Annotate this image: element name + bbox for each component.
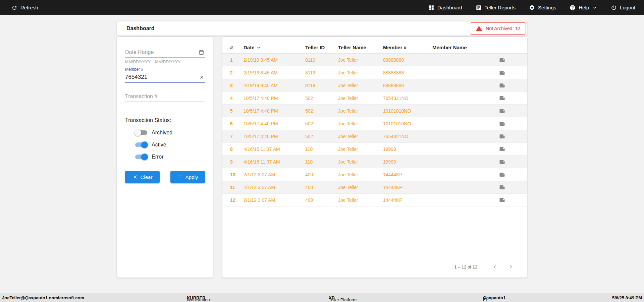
toggle-archived[interactable]: Archived xyxy=(135,129,205,137)
note-icon[interactable] xyxy=(499,82,519,88)
refresh-icon xyxy=(11,5,17,11)
table-row[interactable]: 2 2/19/19 8:45 AM 8119 Joe Teller 888888… xyxy=(222,66,527,79)
toggle-error-label: Error xyxy=(152,154,164,160)
row-member-number: 88888888 xyxy=(383,70,432,75)
note-icon[interactable] xyxy=(499,184,519,190)
row-teller-name: Joe Teller xyxy=(338,185,383,190)
member-number-label: Member # xyxy=(125,67,205,72)
table-row[interactable]: 3 2/19/19 8:45 AM 8119 Joe Teller 888888… xyxy=(222,79,527,92)
row-number: 8 xyxy=(230,146,244,152)
chevron-left-icon[interactable] xyxy=(491,263,498,270)
row-number: 6 xyxy=(230,121,244,126)
toggle-active[interactable]: Active xyxy=(135,141,205,149)
toggle-error[interactable]: Error xyxy=(135,153,205,161)
toggle-active-label: Active xyxy=(152,142,166,148)
note-icon[interactable] xyxy=(499,121,519,127)
table-row[interactable]: 10 2/1/12 3:07 AM 400 Joe Teller 14444KP xyxy=(222,168,527,181)
close-icon xyxy=(132,174,138,180)
row-number: 4 xyxy=(230,96,244,101)
row-number: 7 xyxy=(230,134,244,139)
row-teller-id: 8119 xyxy=(305,57,338,63)
column-header-member-number[interactable]: Member # xyxy=(383,45,432,50)
note-icon[interactable] xyxy=(499,95,519,101)
nav-help[interactable]: Help xyxy=(570,5,597,11)
row-member-number: 10101010NO xyxy=(383,121,432,126)
table-row[interactable]: 4 10/5/17 4:40 PM 502 Joe Teller 7654321… xyxy=(222,92,527,105)
table-row[interactable]: 5 10/5/17 4:40 PM 502 Joe Teller 1010101… xyxy=(222,105,527,117)
note-icon[interactable] xyxy=(499,197,519,203)
row-number: 12 xyxy=(230,197,244,203)
page-header-card: Dashboard Not Archived: 12 xyxy=(117,21,527,36)
note-icon[interactable] xyxy=(499,159,519,165)
row-teller-id: 400 xyxy=(305,172,338,177)
row-member-number: 88888888 xyxy=(383,83,432,88)
not-archived-badge[interactable]: Not Archived: 12 xyxy=(470,22,526,35)
note-icon[interactable] xyxy=(499,133,519,139)
note-icon[interactable] xyxy=(499,57,519,63)
chevron-down-icon xyxy=(256,45,261,50)
status-toggles: Archived Active Error xyxy=(135,129,205,161)
table-row[interactable]: 1 2/19/19 8:45 AM 8119 Joe Teller 888888… xyxy=(222,54,527,66)
row-date: 10/5/17 4:40 PM xyxy=(244,108,305,114)
chevron-right-icon[interactable] xyxy=(507,263,514,270)
row-number: 1 xyxy=(230,57,244,63)
refresh-label: Refresh xyxy=(20,5,38,10)
table-row[interactable]: 12 2/1/12 3:07 AM 400 Joe Teller 14444KP xyxy=(222,194,527,206)
apply-button-label: Apply xyxy=(185,174,198,180)
row-member-number: 7654321NO xyxy=(383,96,432,101)
member-number-field xyxy=(125,72,205,83)
row-date: 2/19/19 8:45 AM xyxy=(244,57,305,63)
row-teller-name: Joe Teller xyxy=(338,83,383,88)
nav-settings[interactable]: Settings xyxy=(529,5,556,11)
toggle-switch[interactable] xyxy=(135,155,147,159)
table-row[interactable]: 7 10/5/17 4:40 PM 502 Joe Teller 7654321… xyxy=(222,130,527,143)
toggle-switch[interactable] xyxy=(135,142,147,147)
note-icon[interactable] xyxy=(499,172,519,178)
gear-icon xyxy=(529,5,535,11)
column-header-member-name[interactable]: Member Name xyxy=(432,45,499,50)
nav-teller-reports[interactable]: Teller Reports xyxy=(476,5,516,11)
column-header-number[interactable]: # xyxy=(230,45,244,50)
nav-settings-label: Settings xyxy=(538,5,556,10)
row-date: 2/1/12 3:07 AM xyxy=(244,172,305,177)
table-row[interactable]: 6 10/5/17 4:40 PM 502 Joe Teller 1010101… xyxy=(222,117,527,130)
row-teller-id: 502 xyxy=(305,134,338,139)
member-number-input[interactable] xyxy=(125,72,205,83)
close-icon[interactable] xyxy=(199,75,204,80)
row-date: 2/19/19 8:45 AM xyxy=(244,83,305,88)
column-header-date[interactable]: Date xyxy=(244,45,305,50)
row-teller-name: Joe Teller xyxy=(338,134,383,139)
transaction-number-field xyxy=(125,91,205,102)
column-header-teller-id[interactable]: Teller ID xyxy=(305,45,338,50)
note-icon[interactable] xyxy=(499,70,519,76)
date-range-input[interactable] xyxy=(125,47,205,58)
row-teller-id: 400 xyxy=(305,185,338,190)
table-row[interactable]: 11 2/1/12 3:07 AM 400 Joe Teller 14444KP xyxy=(222,181,527,194)
platform-label: Teller Platform: xyxy=(329,297,358,302)
note-icon[interactable] xyxy=(499,146,519,152)
refresh-button[interactable]: Refresh xyxy=(11,5,38,11)
row-teller-id: 110 xyxy=(305,146,338,152)
row-teller-name: Joe Teller xyxy=(338,57,383,63)
apply-button[interactable]: Apply xyxy=(170,171,205,183)
nav-logout[interactable]: Logout xyxy=(611,5,635,11)
row-number: 2 xyxy=(230,70,244,75)
nav-dashboard[interactable]: Dashboard xyxy=(428,5,462,11)
toggle-switch[interactable] xyxy=(135,130,147,135)
table-row[interactable]: 9 4/16/15 11:37 AM 110 Joe Teller 19999 xyxy=(222,156,527,168)
nav-help-label: Help xyxy=(579,5,589,10)
clear-button[interactable]: Clear xyxy=(125,171,160,183)
chevron-down-icon xyxy=(592,5,597,10)
row-date: 2/1/12 3:07 AM xyxy=(244,185,305,190)
table-row[interactable]: 8 4/16/15 11:37 AM 110 Joe Teller 19999 xyxy=(222,143,527,156)
column-header-teller-name[interactable]: Teller Name xyxy=(338,45,383,50)
topbar-nav: Dashboard Teller Reports Settings Help L… xyxy=(428,5,635,11)
transaction-number-input[interactable] xyxy=(125,91,205,102)
row-teller-id: 8119 xyxy=(305,70,338,75)
row-member-number: 19999 xyxy=(383,146,432,152)
note-icon[interactable] xyxy=(499,108,519,114)
row-date: 10/5/17 4:40 PM xyxy=(244,96,305,101)
calendar-icon[interactable] xyxy=(199,50,204,55)
filter-panel: MM/DD/YYYY – MM/DD/YYYY Member # Transac… xyxy=(117,37,213,278)
row-teller-id: 8119 xyxy=(305,83,338,88)
